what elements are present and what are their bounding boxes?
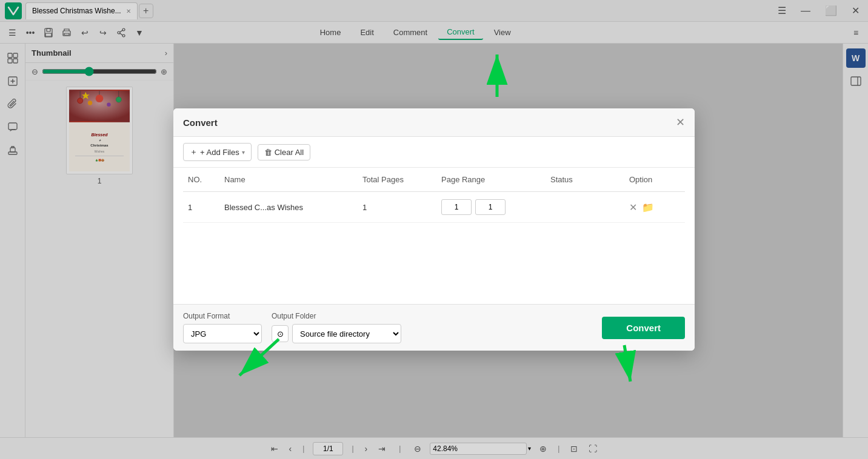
output-format-label: Output Format xyxy=(183,312,262,320)
add-files-label: + Add Files xyxy=(200,148,239,157)
clear-all-btn[interactable]: 🗑 Clear All xyxy=(258,144,310,160)
output-folder-section: Output Folder ⊙ Source file directory xyxy=(272,312,401,343)
col-status: Status xyxy=(546,173,624,187)
table-header: NO. Name Total Pages Page Range Status O… xyxy=(183,168,685,192)
table-row: 1 Blessed C...as Wishes 1 ✕ 📁 xyxy=(183,192,685,223)
page-range-from-input[interactable] xyxy=(441,199,472,215)
row-option: ✕ 📁 xyxy=(624,199,685,216)
modal-overlay: Convert ✕ ＋ + Add Files ▾ 🗑 Clear All NO… xyxy=(0,0,868,459)
row-folder-btn[interactable]: 📁 xyxy=(642,202,654,213)
convert-btn[interactable]: Convert xyxy=(602,317,685,339)
row-delete-btn[interactable]: ✕ xyxy=(629,202,637,213)
output-folder-wrap: ⊙ Source file directory xyxy=(272,324,401,343)
row-total-pages: 1 xyxy=(358,200,436,214)
convert-table: NO. Name Total Pages Page Range Status O… xyxy=(173,168,695,263)
modal-close-btn[interactable]: ✕ xyxy=(676,116,685,129)
output-folder-icon-btn[interactable]: ⊙ xyxy=(272,325,289,342)
row-page-range xyxy=(436,197,546,217)
add-icon: ＋ xyxy=(190,147,198,157)
row-status xyxy=(546,205,624,210)
row-no: 1 xyxy=(183,200,219,214)
col-option: Option xyxy=(624,173,685,187)
col-name: Name xyxy=(219,173,358,187)
modal-header: Convert ✕ xyxy=(173,108,695,137)
row-name: Blessed C...as Wishes xyxy=(219,200,358,214)
page-range-to-input[interactable] xyxy=(475,199,506,215)
table-spacer xyxy=(173,263,695,304)
col-no: NO. xyxy=(183,173,219,187)
output-format-section: Output Format JPG xyxy=(183,312,262,343)
modal-footer: Output Format JPG Output Folder ⊙ Source… xyxy=(173,304,695,351)
format-select[interactable]: JPG xyxy=(183,324,262,343)
modal-title: Convert xyxy=(183,117,676,128)
col-total-pages: Total Pages xyxy=(358,173,436,187)
modal-toolbar: ＋ + Add Files ▾ 🗑 Clear All xyxy=(173,137,695,168)
trash-icon: 🗑 xyxy=(264,148,272,157)
add-files-dropdown-arrow: ▾ xyxy=(242,149,245,156)
output-folder-label: Output Folder xyxy=(272,312,401,320)
col-page-range: Page Range xyxy=(436,173,546,187)
clear-all-label: Clear All xyxy=(275,148,304,157)
output-folder-select[interactable]: Source file directory xyxy=(292,324,401,343)
target-icon: ⊙ xyxy=(277,329,284,338)
convert-modal: Convert ✕ ＋ + Add Files ▾ 🗑 Clear All NO… xyxy=(173,108,695,351)
add-files-btn[interactable]: ＋ + Add Files ▾ xyxy=(183,143,252,161)
